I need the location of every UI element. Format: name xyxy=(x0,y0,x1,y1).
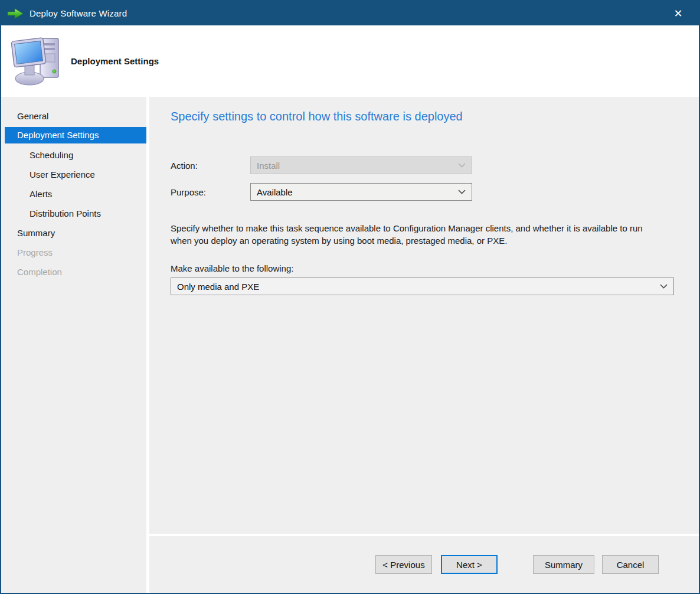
sidebar-item-scheduling[interactable]: Scheduling xyxy=(1,145,146,165)
action-value: Install xyxy=(257,161,280,171)
sidebar-item-label: Alerts xyxy=(30,189,52,199)
sidebar-item-label: User Experience xyxy=(30,169,95,179)
sidebar-item-progress: Progress xyxy=(1,243,146,262)
sidebar-item-deployment-settings[interactable]: Deployment Settings xyxy=(5,127,146,143)
title-bar: Deploy Software Wizard ✕ xyxy=(1,1,699,25)
chevron-down-icon xyxy=(660,284,668,289)
sidebar-item-label: Completion xyxy=(17,267,62,277)
wizard-arrow-icon xyxy=(7,7,24,20)
window-title: Deploy Software Wizard xyxy=(30,8,668,18)
availability-value: Only media and PXE xyxy=(177,282,259,292)
previous-button[interactable]: < Previous xyxy=(375,555,432,574)
main-panel: Specify settings to control how this sof… xyxy=(149,97,699,534)
availability-label: Make available to the following: xyxy=(171,263,674,273)
sidebar-item-completion: Completion xyxy=(1,262,146,282)
computer-icon xyxy=(9,32,64,90)
main-column: Specify settings to control how this sof… xyxy=(149,97,699,593)
availability-dropdown[interactable]: Only media and PXE xyxy=(171,278,674,295)
sidebar-item-general[interactable]: General xyxy=(1,106,146,126)
sidebar-item-label: Distribution Points xyxy=(30,208,101,218)
sidebar-item-distribution-points[interactable]: Distribution Points xyxy=(1,204,146,223)
page-title: Deployment Settings xyxy=(71,56,159,66)
purpose-label: Purpose: xyxy=(171,187,250,197)
close-icon[interactable]: ✕ xyxy=(668,5,688,22)
sidebar-item-label: Progress xyxy=(17,247,53,257)
summary-button[interactable]: Summary xyxy=(533,555,594,574)
deploy-software-wizard-window: Deploy Software Wizard ✕ xyxy=(0,0,700,594)
sidebar-item-label: General xyxy=(17,111,48,121)
cancel-button[interactable]: Cancel xyxy=(602,555,659,574)
purpose-dropdown[interactable]: Available xyxy=(250,183,472,201)
sidebar-item-user-experience[interactable]: User Experience xyxy=(1,165,146,184)
sidebar-item-alerts[interactable]: Alerts xyxy=(1,184,146,204)
step-heading: Specify settings to control how this sof… xyxy=(171,110,674,123)
wizard-steps-sidebar: General Deployment Settings Scheduling U… xyxy=(1,97,146,593)
purpose-row: Purpose: Available xyxy=(171,183,674,201)
sidebar-item-label: Scheduling xyxy=(30,150,73,160)
action-row: Action: Install xyxy=(171,156,674,174)
action-label: Action: xyxy=(171,161,250,171)
purpose-value: Available xyxy=(257,187,293,197)
step-description: Specify whether to make this task sequen… xyxy=(171,223,653,247)
sidebar-item-summary[interactable]: Summary xyxy=(1,223,146,243)
chevron-down-icon xyxy=(458,190,466,194)
action-dropdown: Install xyxy=(250,156,472,174)
footer-bar: < Previous Next > Summary Cancel xyxy=(149,536,699,593)
next-button[interactable]: Next > xyxy=(441,555,498,574)
sidebar-item-label: Summary xyxy=(17,228,55,238)
content-area: General Deployment Settings Scheduling U… xyxy=(1,97,699,593)
sidebar-item-label: Deployment Settings xyxy=(17,130,99,140)
chevron-down-icon xyxy=(458,163,466,168)
wizard-header: Deployment Settings xyxy=(1,25,699,97)
